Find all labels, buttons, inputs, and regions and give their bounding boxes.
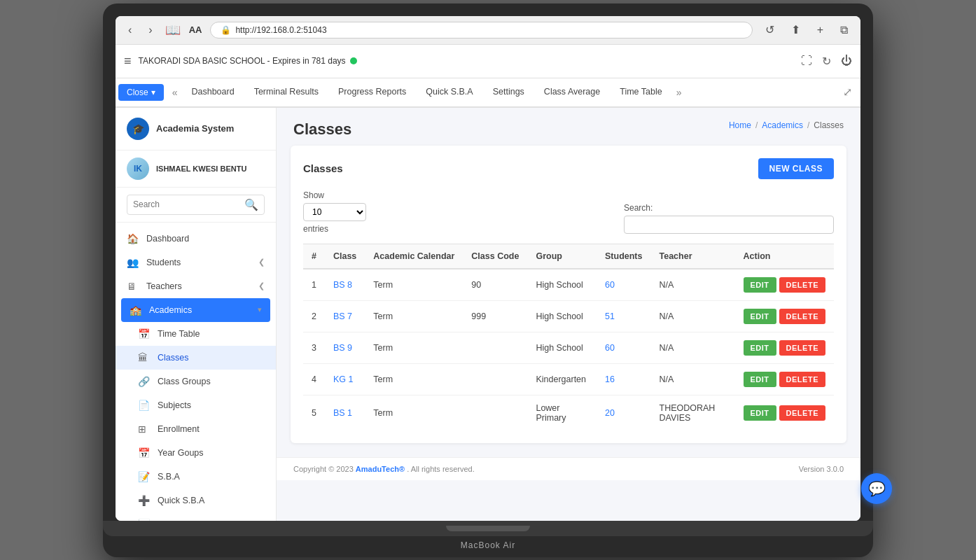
classes-icon: 🏛 — [138, 352, 151, 363]
tab-settings[interactable]: Settings — [483, 78, 534, 107]
cell-calendar: Term — [365, 395, 463, 430]
tab-bar: Close ▾ « Dashboard Terminal Results Pro… — [116, 78, 860, 108]
content-header: Classes Home / Academics / Classes — [277, 108, 860, 146]
cell-teacher: N/A — [651, 269, 735, 301]
tab-terminal-results[interactable]: Terminal Results — [244, 78, 328, 107]
table-controls: Show 10 25 50 entries Search: — [303, 190, 834, 234]
delete-button[interactable]: DELETE — [779, 372, 825, 387]
students-link[interactable]: 20 — [605, 408, 615, 418]
sidebar-item-quick-sba[interactable]: ➕ Quick S.B.A — [116, 489, 276, 512]
hamburger-icon[interactable]: ≡ — [124, 54, 132, 69]
breadcrumb-home[interactable]: Home — [729, 120, 751, 130]
cell-action: EDIT DELETE — [735, 395, 834, 430]
delete-button[interactable]: DELETE — [779, 309, 825, 324]
show-entries: Show 10 25 50 entries — [303, 190, 366, 234]
enrollment-icon: ⊞ — [138, 424, 151, 435]
edit-button[interactable]: EDIT — [744, 277, 776, 293]
edit-button[interactable]: EDIT — [744, 405, 776, 421]
tab-class-average[interactable]: Class Average — [534, 78, 610, 107]
subjects-icon: 📄 — [138, 400, 151, 411]
students-link[interactable]: 60 — [605, 280, 615, 290]
class-link[interactable]: KG 1 — [333, 374, 354, 384]
sidebar-item-time-table[interactable]: 📅 Time Table — [116, 322, 276, 346]
sidebar-item-sba[interactable]: 📝 S.B.A — [116, 465, 276, 489]
cell-class: BS 7 — [325, 300, 365, 332]
sidebar-item-enrollment[interactable]: ⊞ Enrollment — [116, 417, 276, 441]
footer-version: Version 3.0.0 — [799, 465, 844, 473]
delete-button[interactable]: DELETE — [779, 405, 825, 421]
cell-code: 90 — [463, 269, 527, 301]
sidebar-item-classes[interactable]: 🏛 Classes — [116, 346, 276, 370]
class-link[interactable]: BS 9 — [333, 343, 352, 353]
col-teacher: Teacher — [651, 244, 735, 269]
sba-icon: 📝 — [138, 471, 151, 482]
delete-button[interactable]: DELETE — [779, 277, 825, 293]
tab-time-table[interactable]: Time Table — [610, 78, 671, 107]
class-link[interactable]: BS 8 — [333, 280, 352, 290]
students-link[interactable]: 16 — [605, 374, 615, 384]
url-bar[interactable]: 🔒 http://192.168.0.2:51043 — [210, 22, 752, 38]
cell-class: BS 8 — [325, 269, 365, 301]
table-card-title: Classes — [303, 162, 343, 174]
sidebar-item-label: S.B.A — [158, 472, 180, 482]
refresh-icon[interactable]: ↻ — [822, 55, 831, 68]
sidebar-item-class-groups[interactable]: 🔗 Class Groups — [116, 370, 276, 393]
students-link[interactable]: 60 — [605, 343, 615, 353]
url-text: http://192.168.0.2:51043 — [235, 25, 326, 35]
sidebar-item-progress-reports[interactable]: 📊 Progress Reports — [116, 512, 276, 521]
reload-button[interactable]: ↺ — [761, 22, 779, 38]
sidebar-item-year-groups[interactable]: 📅 Year Goups — [116, 441, 276, 465]
data-table: # Class Academic Calendar Class Code Gro… — [303, 244, 834, 430]
chat-fab-button[interactable]: 💬 — [861, 473, 892, 504]
share-button[interactable]: ⬆ — [787, 22, 804, 38]
dashboard-icon: 🏠 — [127, 233, 139, 244]
sidebar-item-label: Academics — [149, 305, 192, 315]
edit-button[interactable]: EDIT — [744, 340, 776, 356]
tab-chevron-left[interactable]: « — [168, 87, 182, 98]
sidebar-item-students[interactable]: 👥 Students ❮ — [116, 251, 276, 274]
tab-dashboard[interactable]: Dashboard — [181, 78, 244, 107]
table-search-input[interactable] — [624, 216, 834, 234]
class-groups-icon: 🔗 — [138, 376, 151, 387]
tab-chevron-right[interactable]: » — [672, 87, 686, 98]
col-group: Group — [527, 244, 597, 269]
tab-quick-sba[interactable]: Quick S.B.A — [416, 78, 482, 107]
cell-action: EDIT DELETE — [735, 269, 834, 301]
cell-num: 4 — [303, 363, 325, 395]
class-link[interactable]: BS 7 — [333, 312, 352, 321]
sidebar-item-subjects[interactable]: 📄 Subjects — [116, 393, 276, 417]
tabs-button[interactable]: ⧉ — [836, 22, 852, 38]
cell-teacher: N/A — [651, 300, 735, 332]
power-icon[interactable]: ⏻ — [841, 55, 852, 67]
footer-brand-link[interactable]: AmaduTech® — [356, 465, 405, 473]
year-groups-icon: 📅 — [138, 447, 151, 458]
breadcrumb-academics[interactable]: Academics — [762, 120, 803, 130]
sidebar-item-academics[interactable]: 🏫 Academics ▾ — [121, 298, 270, 322]
fullscreen-icon[interactable]: ⛶ — [801, 55, 812, 67]
col-calendar: Academic Calendar — [365, 244, 463, 269]
cell-class: BS 1 — [325, 395, 365, 430]
new-class-button[interactable]: NEW CLASS — [758, 158, 835, 179]
class-link[interactable]: BS 1 — [333, 408, 352, 418]
table-row: 4 KG 1 Term Kindergarten 16 N/A EDIT DEL… — [303, 363, 834, 395]
chevron-down-icon: ▾ — [258, 305, 262, 314]
back-button[interactable]: ‹ — [124, 22, 136, 38]
sidebar-item-label: Classes — [158, 353, 188, 363]
new-tab-button[interactable]: + — [813, 22, 828, 38]
sidebar-item-dashboard[interactable]: 🏠 Dashboard — [116, 227, 276, 251]
delete-button[interactable]: DELETE — [779, 340, 825, 356]
sidebar-item-teachers[interactable]: 🖥 Teachers ❮ — [116, 274, 276, 298]
tab-progress-reports[interactable]: Progress Reports — [328, 78, 416, 107]
students-icon: 👥 — [127, 257, 139, 268]
forward-button[interactable]: › — [144, 22, 156, 38]
show-select[interactable]: 10 25 50 — [303, 203, 366, 221]
edit-button[interactable]: EDIT — [744, 309, 776, 324]
laptop-label: MacBook Air — [116, 536, 860, 557]
edit-button[interactable]: EDIT — [744, 372, 776, 387]
students-link[interactable]: 51 — [605, 312, 615, 321]
expand-icon[interactable]: ⤢ — [837, 85, 858, 99]
close-button[interactable]: Close ▾ — [118, 84, 164, 101]
search-input[interactable] — [133, 200, 240, 209]
chevron-icon: ❮ — [258, 258, 265, 267]
sidebar-item-label: Year Goups — [158, 448, 204, 458]
